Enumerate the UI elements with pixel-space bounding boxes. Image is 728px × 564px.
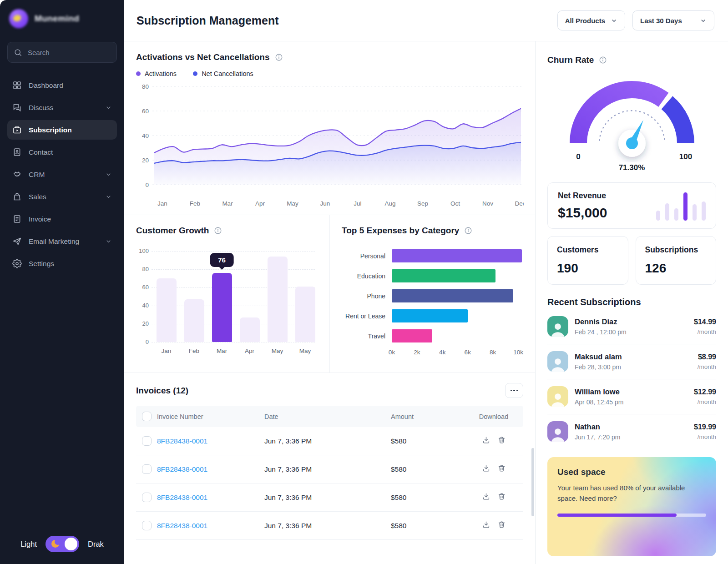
theme-dark-label: Drak (88, 540, 104, 549)
gridline (152, 251, 315, 252)
y-tick: 60 (136, 284, 149, 291)
select-all-checkbox[interactable] (142, 412, 152, 421)
sidebar-item-settings[interactable]: Settings (7, 254, 117, 273)
sidebar-item-label: Discuss (29, 104, 53, 112)
x-tick: Mar (222, 200, 233, 207)
chart-legend: Activations Net Cancellations (136, 70, 523, 77)
growth-bar[interactable] (295, 287, 315, 342)
toggle-knob[interactable] (65, 538, 77, 550)
x-tick: 6k (465, 349, 471, 356)
download-icon[interactable] (482, 492, 490, 503)
search-box[interactable] (7, 42, 117, 63)
row-checkbox[interactable] (142, 521, 152, 530)
used-space-card: Used space Your team has used 80% of you… (547, 457, 716, 556)
row-checkbox[interactable] (142, 464, 152, 474)
y-tick: 0 (145, 181, 149, 188)
sidebar-item-contact[interactable]: Contact (7, 142, 117, 162)
y-tick: 40 (136, 302, 149, 309)
main-column: Activations vs Net Cancellations Activat… (124, 41, 536, 564)
subscription-period: /month (694, 433, 716, 440)
table-row: 8FB28438-0001 Jun 7, 3:36 PM $580 (136, 455, 523, 483)
invoice-number-link[interactable]: 8FB28438-0001 (157, 522, 264, 530)
subscription-price: $19.99 (694, 423, 716, 431)
dashboard-icon (12, 81, 22, 90)
trash-icon[interactable] (497, 492, 506, 503)
trash-icon[interactable] (497, 520, 506, 531)
sidebar-item-invoice[interactable]: Invoice (7, 209, 117, 229)
sidebar-item-crm[interactable]: CRM (7, 165, 117, 184)
subscriptions-card: Subscriptions 126 (636, 236, 717, 285)
product-filter-dropdown[interactable]: All Products (557, 10, 625, 30)
search-icon (14, 48, 22, 57)
trash-icon[interactable] (497, 464, 506, 474)
info-icon[interactable] (599, 56, 607, 64)
growth-bar[interactable] (184, 299, 204, 342)
mini-bar (683, 192, 688, 221)
customers-card: Customers 190 (547, 236, 628, 285)
row-checkbox[interactable] (142, 436, 152, 446)
content: Subscription Management All Products Las… (124, 0, 728, 564)
subscription-price: $14.99 (694, 318, 716, 326)
invoice-number-link[interactable]: 8FB28438-0001 (157, 437, 264, 445)
sidebar: Munemind Dashboard Discuss Subscription (0, 0, 124, 564)
download-icon[interactable] (482, 520, 490, 531)
sidebar-item-dashboard[interactable]: Dashboard (7, 76, 117, 95)
column-header: Download (464, 413, 524, 420)
mini-bar (656, 211, 660, 221)
invoice-number-link[interactable]: 8FB28438-0001 (157, 465, 264, 473)
search-input[interactable] (27, 48, 111, 57)
legend-label: Activations (145, 70, 177, 77)
subscriber-name: Maksud alam (575, 352, 691, 361)
download-icon[interactable] (482, 464, 490, 474)
customer-growth-card: Customer Growth 02040608010076 JanFebMar… (124, 215, 330, 373)
subscriber-name: William lowe (575, 388, 688, 396)
used-space-progress (557, 514, 706, 517)
sidebar-item-label: Invoice (29, 215, 51, 223)
chevron-down-icon (105, 193, 112, 200)
subscriber-datetime: Feb 24 , 12:00 pm (575, 328, 688, 336)
subscription-icon (12, 125, 22, 135)
brand-name: Munemind (35, 14, 79, 24)
sidebar-item-discuss[interactable]: Discuss (7, 98, 117, 117)
growth-bar[interactable] (212, 273, 232, 342)
table-scrollbar[interactable] (531, 448, 534, 516)
cancellations-legend-dot (193, 71, 197, 76)
more-options-button[interactable] (505, 383, 523, 398)
x-tick: Sep (417, 200, 428, 207)
expenses-card: Top 5 Expenses by Category PersonalEduca… (330, 215, 535, 373)
page-header: Subscription Management All Products Las… (124, 0, 728, 41)
subscription-period: /month (694, 398, 716, 405)
date-filter-dropdown[interactable]: Last 30 Days (632, 10, 714, 30)
subscription-period: /month (698, 363, 716, 370)
trash-icon[interactable] (497, 436, 506, 446)
growth-bar[interactable] (157, 278, 177, 342)
info-icon[interactable] (464, 227, 472, 235)
growth-bar[interactable] (240, 317, 260, 342)
info-icon[interactable] (214, 227, 222, 235)
x-tick: Jun (320, 200, 330, 207)
mini-bar (665, 203, 669, 221)
receipt-icon (12, 214, 22, 224)
sidebar-item-sales[interactable]: Sales (7, 187, 117, 206)
legend-label: Net Cancellations (202, 70, 253, 77)
y-tick: 80 (136, 266, 149, 272)
invoice-number-link[interactable]: 8FB28438-0001 (157, 494, 264, 502)
sidebar-item-subscription[interactable]: Subscription (7, 120, 117, 140)
x-tick: Jan (152, 347, 180, 354)
list-item: Maksud alam Feb 28, 3:00 pm $8.99 /month (547, 344, 716, 379)
growth-bar[interactable] (268, 257, 288, 342)
sidebar-item-email-marketing[interactable]: Email Marketing (7, 232, 117, 251)
theme-toggle[interactable] (46, 536, 79, 552)
info-icon[interactable] (275, 53, 283, 61)
invoice-amount: $580 (373, 465, 464, 473)
y-tick: 20 (136, 320, 149, 327)
row-checkbox[interactable] (142, 493, 152, 502)
gridline (152, 269, 315, 270)
subscription-period: /month (694, 328, 716, 335)
x-tick: May (287, 200, 298, 207)
column-header: Invoice Number (157, 413, 264, 420)
download-icon[interactable] (482, 436, 490, 446)
net-revenue-value: $15,000 (558, 205, 607, 221)
mini-bar (674, 208, 678, 221)
chat-icon (12, 103, 22, 112)
